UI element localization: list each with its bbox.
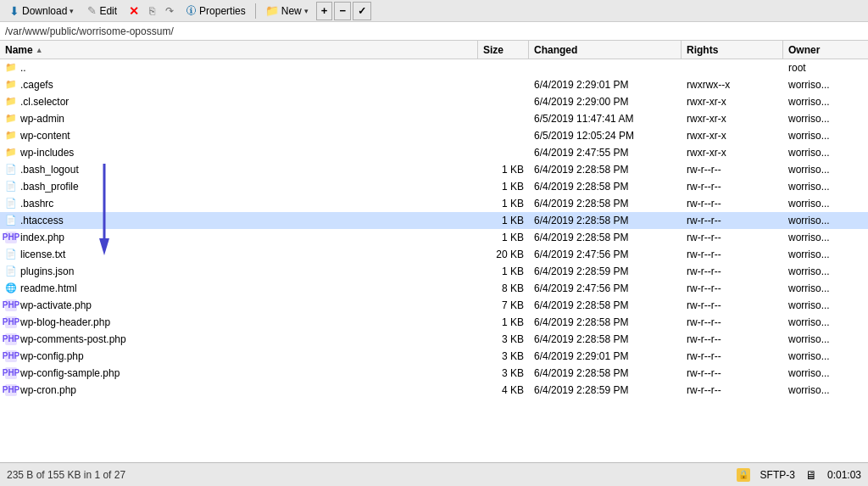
file-rights: rw-r--r-- <box>682 299 783 311</box>
file-rights: rw-r--r-- <box>682 265 783 277</box>
file-owner: worriso... <box>783 384 868 396</box>
table-row[interactable]: 📄 .bash_logout 1 KB 6/4/2019 2:28:58 PM … <box>0 161 868 178</box>
file-owner: worriso... <box>783 113 868 125</box>
file-rights: rw-r--r-- <box>682 367 783 379</box>
table-row[interactable]: PHP wp-comments-post.php 3 KB 6/4/2019 2… <box>0 331 868 348</box>
file-owner: worriso... <box>783 299 868 311</box>
table-row[interactable]: 🌐 readme.html 8 KB 6/4/2019 2:47:56 PM r… <box>0 280 868 297</box>
toolbar-separator <box>255 3 256 19</box>
folder-icon: 📁 <box>5 113 17 125</box>
file-owner: worriso... <box>783 181 868 193</box>
toolbar: ⬇ Download ▾ ✎ Edit ✕ ⎘ ↷ 🛈 Properties 📁… <box>0 0 868 22</box>
file-size: 1 KB <box>478 181 529 193</box>
table-row[interactable]: PHP wp-config-sample.php 3 KB 6/4/2019 2… <box>0 365 868 382</box>
new-button[interactable]: 📁 New ▾ <box>259 2 314 20</box>
file-owner: worriso... <box>783 367 868 379</box>
status-right: 🔒 SFTP-3 🖥 0:01:03 <box>737 468 861 482</box>
table-row[interactable]: 📁 wp-content 6/5/2019 12:05:24 PM rwxr-x… <box>0 127 868 144</box>
delete-icon: ✕ <box>129 4 139 18</box>
col-rights[interactable]: Rights <box>682 41 783 59</box>
file-changed: 6/4/2019 2:47:56 PM <box>529 282 682 294</box>
file-owner: worriso... <box>783 350 868 362</box>
file-size: 3 KB <box>478 333 529 345</box>
table-row[interactable]: PHP wp-blog-header.php 1 KB 6/4/2019 2:2… <box>0 314 868 331</box>
plus-icon: + <box>321 4 328 17</box>
table-row[interactable]: 📄 .bashrc 1 KB 6/4/2019 2:28:58 PM rw-r-… <box>0 195 868 212</box>
edit-label: Edit <box>99 5 117 17</box>
check-button[interactable]: ✓ <box>353 2 371 20</box>
php-icon: PHP <box>5 316 17 328</box>
file-name: 📄 plugins.json <box>0 265 478 277</box>
address-bar: /var/www/public/worrisome-opossum/ <box>0 22 868 41</box>
table-row[interactable]: 📁 .cagefs 6/4/2019 2:29:01 PM rwxrwx--x … <box>0 76 868 93</box>
file-changed: 6/5/2019 12:05:24 PM <box>529 130 682 142</box>
file-owner: worriso... <box>783 265 868 277</box>
minus-button[interactable]: − <box>334 2 351 20</box>
file-name: 📁 wp-content <box>0 130 478 142</box>
file-owner: root <box>783 62 868 74</box>
file-name: 📁 .cagefs <box>0 79 478 91</box>
file-name: 📄 .bash_profile <box>0 181 478 193</box>
file-rights: rw-r--r-- <box>682 384 783 396</box>
properties-button[interactable]: 🛈 Properties <box>180 2 252 20</box>
table-row[interactable]: PHP wp-config.php 3 KB 6/4/2019 2:29:01 … <box>0 348 868 365</box>
copy-button[interactable]: ⎘ <box>145 2 159 20</box>
table-row[interactable]: PHP index.php 1 KB 6/4/2019 2:28:58 PM r… <box>0 229 868 246</box>
table-row[interactable]: 📄 plugins.json 1 KB 6/4/2019 2:28:59 PM … <box>0 263 868 280</box>
file-rights: rw-r--r-- <box>682 350 783 362</box>
file-size: 1 KB <box>478 265 529 277</box>
file-owner: worriso... <box>783 215 868 226</box>
file-rights: rw-r--r-- <box>682 181 783 193</box>
table-row[interactable]: 📁 wp-includes 6/4/2019 2:47:55 PM rwxr-x… <box>0 144 868 161</box>
file-size: 3 KB <box>478 367 529 379</box>
address-text: /var/www/public/worrisome-opossum/ <box>5 25 174 37</box>
table-row[interactable]: PHP wp-activate.php 7 KB 6/4/2019 2:28:5… <box>0 297 868 314</box>
table-row[interactable]: 📄 .htaccess 1 KB 6/4/2019 2:28:58 PM rw-… <box>0 212 868 229</box>
file-owner: worriso... <box>783 96 868 108</box>
copy-icon: ⎘ <box>149 5 155 17</box>
edit-button[interactable]: ✎ Edit <box>81 2 123 20</box>
file-size: 4 KB <box>478 384 529 396</box>
file-rights: rw-r--r-- <box>682 232 783 243</box>
new-dropdown-arrow: ▾ <box>304 7 309 15</box>
file-owner: worriso... <box>783 198 868 209</box>
delete-button[interactable]: ✕ <box>125 2 143 20</box>
file-rights: rw-r--r-- <box>682 282 783 294</box>
file-name: 📁 wp-includes <box>0 147 478 159</box>
file-changed: 6/4/2019 2:28:58 PM <box>529 198 682 209</box>
table-row[interactable]: 📄 .bash_profile 1 KB 6/4/2019 2:28:58 PM… <box>0 178 868 195</box>
file-name: 📄 .htaccess <box>0 215 478 226</box>
file-changed: 6/4/2019 2:29:00 PM <box>529 96 682 108</box>
sort-arrow-name: ▲ <box>36 46 43 54</box>
file-owner: worriso... <box>783 316 868 328</box>
properties-icon: 🛈 <box>186 4 197 17</box>
file-size: 20 KB <box>478 249 529 260</box>
col-changed[interactable]: Changed <box>529 41 682 59</box>
table-row[interactable]: 📁 wp-admin 6/5/2019 11:47:41 AM rwxr-xr-… <box>0 110 868 127</box>
json-icon: 📄 <box>5 265 17 277</box>
col-owner[interactable]: Owner <box>783 41 868 59</box>
download-button[interactable]: ⬇ Download ▾ <box>3 2 80 20</box>
table-row[interactable]: PHP wp-cron.php 4 KB 6/4/2019 2:28:59 PM… <box>0 382 868 399</box>
file-rights: rw-r--r-- <box>682 198 783 209</box>
column-headers: Name ▲ Size Changed Rights Owner <box>0 41 868 59</box>
table-row[interactable]: 📁 .. root <box>0 59 868 76</box>
col-name[interactable]: Name ▲ <box>0 41 478 59</box>
file-name: 📁 .cl.selector <box>0 96 478 108</box>
file-rights: rwxrwx--x <box>682 79 783 91</box>
file-owner: worriso... <box>783 79 868 91</box>
move-button[interactable]: ↷ <box>161 2 178 20</box>
file-size: 1 KB <box>478 198 529 209</box>
col-size[interactable]: Size <box>478 41 529 59</box>
php-icon: PHP <box>5 384 17 396</box>
monitor-icon: 🖥 <box>805 468 817 482</box>
file-rows[interactable]: 📁 .. root 📁 .cagefs 6/4/2019 2:29:01 PM … <box>0 59 868 462</box>
plus-button[interactable]: + <box>316 2 333 20</box>
file-changed: 6/4/2019 2:28:58 PM <box>529 316 682 328</box>
minus-icon: − <box>339 4 346 17</box>
table-row[interactable]: 📁 .cl.selector 6/4/2019 2:29:00 PM rwxr-… <box>0 93 868 110</box>
file-changed: 6/4/2019 2:29:01 PM <box>529 79 682 91</box>
table-row[interactable]: 📄 license.txt 20 KB 6/4/2019 2:47:56 PM … <box>0 246 868 263</box>
file-rights: rw-r--r-- <box>682 333 783 345</box>
file-rights: rwxr-xr-x <box>682 113 783 125</box>
